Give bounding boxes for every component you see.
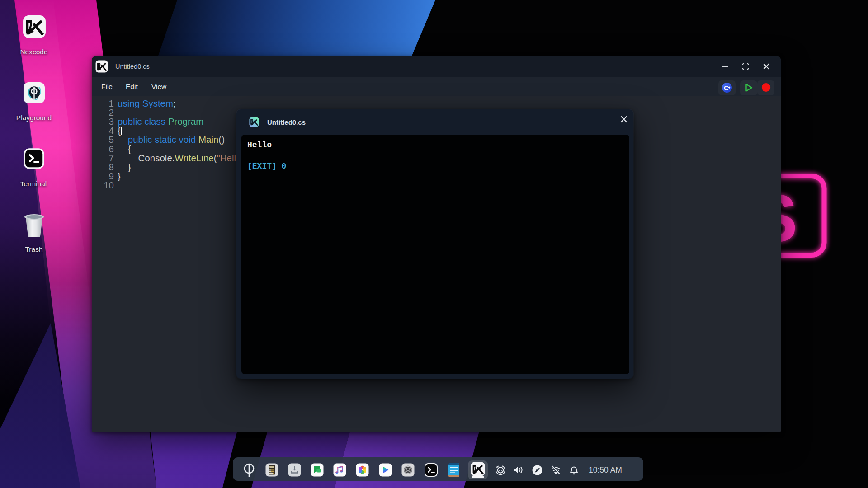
svg-text:C: C (724, 84, 729, 92)
